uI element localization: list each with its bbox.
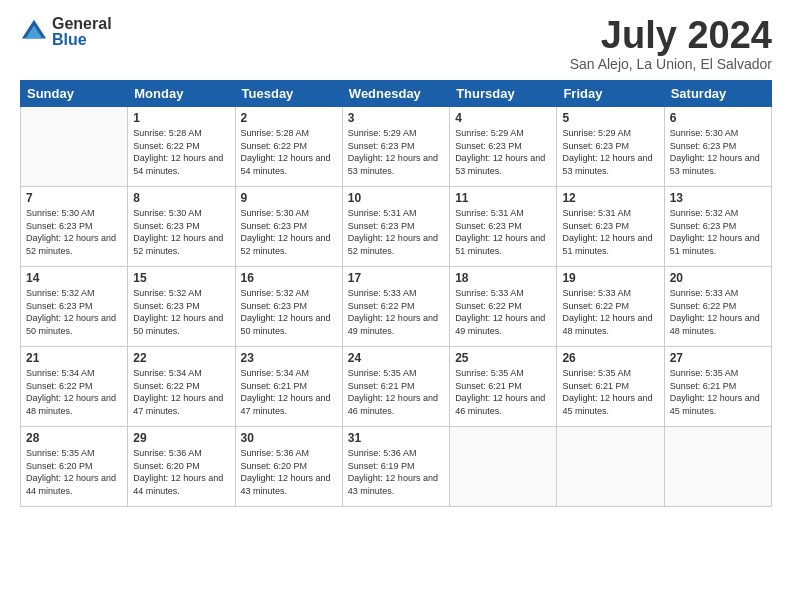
day-number: 12 bbox=[562, 191, 658, 205]
day-number: 27 bbox=[670, 351, 766, 365]
calendar-cell: 27Sunrise: 5:35 AMSunset: 6:21 PMDayligh… bbox=[664, 347, 771, 427]
day-info: Sunrise: 5:36 AMSunset: 6:20 PMDaylight:… bbox=[133, 447, 229, 497]
calendar-cell: 2Sunrise: 5:28 AMSunset: 6:22 PMDaylight… bbox=[235, 107, 342, 187]
day-number: 18 bbox=[455, 271, 551, 285]
calendar-cell: 20Sunrise: 5:33 AMSunset: 6:22 PMDayligh… bbox=[664, 267, 771, 347]
calendar-cell: 16Sunrise: 5:32 AMSunset: 6:23 PMDayligh… bbox=[235, 267, 342, 347]
day-info: Sunrise: 5:32 AMSunset: 6:23 PMDaylight:… bbox=[133, 287, 229, 337]
calendar-cell: 24Sunrise: 5:35 AMSunset: 6:21 PMDayligh… bbox=[342, 347, 449, 427]
calendar-cell: 21Sunrise: 5:34 AMSunset: 6:22 PMDayligh… bbox=[21, 347, 128, 427]
day-info: Sunrise: 5:30 AMSunset: 6:23 PMDaylight:… bbox=[241, 207, 337, 257]
day-number: 25 bbox=[455, 351, 551, 365]
calendar-cell: 19Sunrise: 5:33 AMSunset: 6:22 PMDayligh… bbox=[557, 267, 664, 347]
day-info: Sunrise: 5:35 AMSunset: 6:21 PMDaylight:… bbox=[670, 367, 766, 417]
day-number: 7 bbox=[26, 191, 122, 205]
calendar-cell: 29Sunrise: 5:36 AMSunset: 6:20 PMDayligh… bbox=[128, 427, 235, 507]
calendar-cell: 22Sunrise: 5:34 AMSunset: 6:22 PMDayligh… bbox=[128, 347, 235, 427]
day-number: 15 bbox=[133, 271, 229, 285]
day-number: 9 bbox=[241, 191, 337, 205]
day-number: 17 bbox=[348, 271, 444, 285]
day-info: Sunrise: 5:28 AMSunset: 6:22 PMDaylight:… bbox=[133, 127, 229, 177]
calendar-cell: 7Sunrise: 5:30 AMSunset: 6:23 PMDaylight… bbox=[21, 187, 128, 267]
day-info: Sunrise: 5:33 AMSunset: 6:22 PMDaylight:… bbox=[455, 287, 551, 337]
calendar-cell bbox=[557, 427, 664, 507]
calendar-cell bbox=[450, 427, 557, 507]
day-info: Sunrise: 5:33 AMSunset: 6:22 PMDaylight:… bbox=[670, 287, 766, 337]
calendar-cell: 28Sunrise: 5:35 AMSunset: 6:20 PMDayligh… bbox=[21, 427, 128, 507]
logo-icon bbox=[20, 18, 48, 46]
calendar-header-sunday: Sunday bbox=[21, 81, 128, 107]
day-info: Sunrise: 5:29 AMSunset: 6:23 PMDaylight:… bbox=[348, 127, 444, 177]
calendar-cell: 9Sunrise: 5:30 AMSunset: 6:23 PMDaylight… bbox=[235, 187, 342, 267]
day-number: 13 bbox=[670, 191, 766, 205]
day-number: 19 bbox=[562, 271, 658, 285]
day-info: Sunrise: 5:31 AMSunset: 6:23 PMDaylight:… bbox=[348, 207, 444, 257]
calendar-header-wednesday: Wednesday bbox=[342, 81, 449, 107]
calendar-cell: 3Sunrise: 5:29 AMSunset: 6:23 PMDaylight… bbox=[342, 107, 449, 187]
day-number: 1 bbox=[133, 111, 229, 125]
calendar-cell: 8Sunrise: 5:30 AMSunset: 6:23 PMDaylight… bbox=[128, 187, 235, 267]
calendar-cell: 10Sunrise: 5:31 AMSunset: 6:23 PMDayligh… bbox=[342, 187, 449, 267]
day-info: Sunrise: 5:36 AMSunset: 6:19 PMDaylight:… bbox=[348, 447, 444, 497]
logo: General Blue bbox=[20, 16, 112, 48]
title-section: July 2024 San Alejo, La Union, El Salvad… bbox=[570, 16, 772, 72]
day-number: 16 bbox=[241, 271, 337, 285]
day-info: Sunrise: 5:29 AMSunset: 6:23 PMDaylight:… bbox=[562, 127, 658, 177]
day-info: Sunrise: 5:33 AMSunset: 6:22 PMDaylight:… bbox=[348, 287, 444, 337]
day-number: 30 bbox=[241, 431, 337, 445]
calendar-cell: 25Sunrise: 5:35 AMSunset: 6:21 PMDayligh… bbox=[450, 347, 557, 427]
day-info: Sunrise: 5:31 AMSunset: 6:23 PMDaylight:… bbox=[455, 207, 551, 257]
calendar-cell: 26Sunrise: 5:35 AMSunset: 6:21 PMDayligh… bbox=[557, 347, 664, 427]
day-info: Sunrise: 5:36 AMSunset: 6:20 PMDaylight:… bbox=[241, 447, 337, 497]
calendar-header-saturday: Saturday bbox=[664, 81, 771, 107]
calendar-cell: 15Sunrise: 5:32 AMSunset: 6:23 PMDayligh… bbox=[128, 267, 235, 347]
day-info: Sunrise: 5:34 AMSunset: 6:22 PMDaylight:… bbox=[133, 367, 229, 417]
day-info: Sunrise: 5:32 AMSunset: 6:23 PMDaylight:… bbox=[241, 287, 337, 337]
calendar-cell: 12Sunrise: 5:31 AMSunset: 6:23 PMDayligh… bbox=[557, 187, 664, 267]
day-number: 31 bbox=[348, 431, 444, 445]
calendar-header-monday: Monday bbox=[128, 81, 235, 107]
calendar-cell: 13Sunrise: 5:32 AMSunset: 6:23 PMDayligh… bbox=[664, 187, 771, 267]
day-info: Sunrise: 5:30 AMSunset: 6:23 PMDaylight:… bbox=[670, 127, 766, 177]
calendar-cell: 5Sunrise: 5:29 AMSunset: 6:23 PMDaylight… bbox=[557, 107, 664, 187]
calendar-cell: 14Sunrise: 5:32 AMSunset: 6:23 PMDayligh… bbox=[21, 267, 128, 347]
day-number: 14 bbox=[26, 271, 122, 285]
calendar-header-thursday: Thursday bbox=[450, 81, 557, 107]
calendar-week-row: 1Sunrise: 5:28 AMSunset: 6:22 PMDaylight… bbox=[21, 107, 772, 187]
calendar-header-tuesday: Tuesday bbox=[235, 81, 342, 107]
day-number: 26 bbox=[562, 351, 658, 365]
calendar-header-friday: Friday bbox=[557, 81, 664, 107]
calendar: SundayMondayTuesdayWednesdayThursdayFrid… bbox=[20, 80, 772, 507]
day-number: 6 bbox=[670, 111, 766, 125]
day-number: 20 bbox=[670, 271, 766, 285]
calendar-cell: 17Sunrise: 5:33 AMSunset: 6:22 PMDayligh… bbox=[342, 267, 449, 347]
day-info: Sunrise: 5:32 AMSunset: 6:23 PMDaylight:… bbox=[670, 207, 766, 257]
day-info: Sunrise: 5:31 AMSunset: 6:23 PMDaylight:… bbox=[562, 207, 658, 257]
month-title: July 2024 bbox=[570, 16, 772, 54]
page: General Blue July 2024 San Alejo, La Uni… bbox=[0, 0, 792, 612]
day-info: Sunrise: 5:35 AMSunset: 6:21 PMDaylight:… bbox=[562, 367, 658, 417]
day-info: Sunrise: 5:30 AMSunset: 6:23 PMDaylight:… bbox=[26, 207, 122, 257]
day-number: 22 bbox=[133, 351, 229, 365]
day-number: 23 bbox=[241, 351, 337, 365]
calendar-week-row: 21Sunrise: 5:34 AMSunset: 6:22 PMDayligh… bbox=[21, 347, 772, 427]
calendar-cell: 4Sunrise: 5:29 AMSunset: 6:23 PMDaylight… bbox=[450, 107, 557, 187]
day-number: 3 bbox=[348, 111, 444, 125]
day-number: 2 bbox=[241, 111, 337, 125]
calendar-week-row: 14Sunrise: 5:32 AMSunset: 6:23 PMDayligh… bbox=[21, 267, 772, 347]
day-number: 4 bbox=[455, 111, 551, 125]
logo-blue: Blue bbox=[52, 32, 112, 48]
calendar-week-row: 7Sunrise: 5:30 AMSunset: 6:23 PMDaylight… bbox=[21, 187, 772, 267]
day-info: Sunrise: 5:28 AMSunset: 6:22 PMDaylight:… bbox=[241, 127, 337, 177]
day-info: Sunrise: 5:34 AMSunset: 6:21 PMDaylight:… bbox=[241, 367, 337, 417]
day-info: Sunrise: 5:30 AMSunset: 6:23 PMDaylight:… bbox=[133, 207, 229, 257]
logo-text: General Blue bbox=[52, 16, 112, 48]
day-number: 29 bbox=[133, 431, 229, 445]
calendar-cell: 30Sunrise: 5:36 AMSunset: 6:20 PMDayligh… bbox=[235, 427, 342, 507]
calendar-week-row: 28Sunrise: 5:35 AMSunset: 6:20 PMDayligh… bbox=[21, 427, 772, 507]
day-info: Sunrise: 5:33 AMSunset: 6:22 PMDaylight:… bbox=[562, 287, 658, 337]
calendar-cell: 1Sunrise: 5:28 AMSunset: 6:22 PMDaylight… bbox=[128, 107, 235, 187]
calendar-cell: 31Sunrise: 5:36 AMSunset: 6:19 PMDayligh… bbox=[342, 427, 449, 507]
calendar-cell: 23Sunrise: 5:34 AMSunset: 6:21 PMDayligh… bbox=[235, 347, 342, 427]
day-number: 8 bbox=[133, 191, 229, 205]
